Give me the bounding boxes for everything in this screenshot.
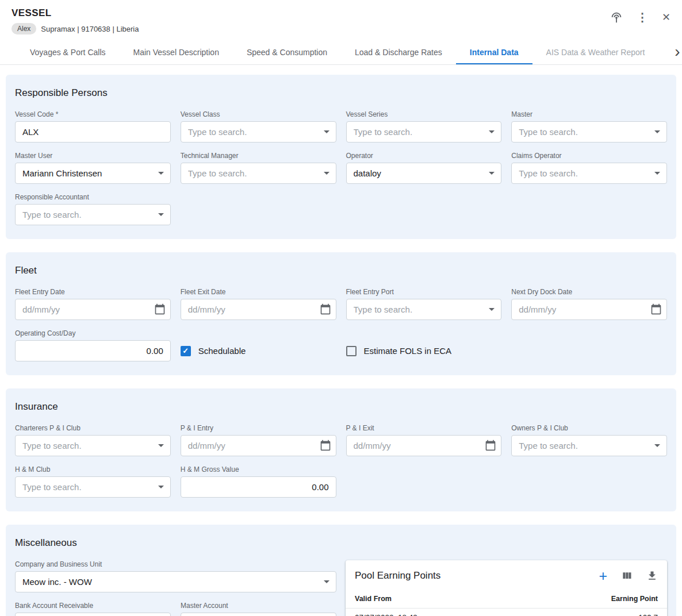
claims-operator-field: Claims Operator (511, 152, 667, 184)
hm-gross-value-field: H & M Gross Value (181, 465, 336, 498)
field-label: P & I Entry (181, 424, 336, 432)
vessel-class-input[interactable] (181, 121, 336, 143)
fleet-entry-date-field: Fleet Entry Date (15, 288, 171, 320)
technical-manager-input[interactable] (181, 163, 336, 184)
tab-ais-data-weather-report[interactable]: AIS Data & Weather Report (532, 40, 659, 64)
master-select (511, 121, 667, 143)
fleet-entry-date-input[interactable] (15, 299, 171, 320)
vessel-code-control (15, 121, 171, 143)
bank-account-receivable-input[interactable] (15, 613, 171, 616)
claims-operator-input[interactable] (511, 163, 667, 184)
owners-pi-club-input[interactable] (511, 435, 667, 456)
pool-earning-points-actions: + (599, 570, 658, 582)
tab-bar: Voyages & Port Calls Main Vessel Descrip… (0, 40, 682, 65)
tab-load-discharge-rates[interactable]: Load & Discharge Rates (341, 40, 456, 64)
calendar-icon[interactable] (320, 440, 331, 451)
tab-correspondence-truncated[interactable]: Cor (658, 40, 672, 64)
calendar-icon[interactable] (485, 440, 496, 451)
field-label: Master User (15, 152, 171, 160)
field-label: Operating Cost/Day (15, 329, 171, 337)
field-label: Master (511, 110, 667, 118)
operator-input[interactable] (346, 163, 502, 184)
vessel-code-input[interactable] (15, 121, 171, 143)
technical-manager-field: Technical Manager (181, 152, 336, 184)
calendar-icon[interactable] (320, 303, 331, 315)
master-field: Master (511, 110, 667, 143)
company-business-unit-input[interactable] (15, 571, 336, 592)
claims-operator-select (511, 163, 667, 184)
master-account-input[interactable] (181, 613, 336, 616)
column-header-valid-from[interactable]: Valid From (355, 595, 392, 603)
download-icon[interactable] (646, 570, 658, 582)
fleet-exit-date-input[interactable] (181, 299, 336, 320)
tab-voyages-port-calls[interactable]: Voyages & Port Calls (16, 40, 120, 64)
pi-exit-control (346, 435, 502, 456)
header-actions: ⋮ ✕ (610, 7, 670, 24)
estimate-fols-checkbox[interactable]: Estimate FOLS in ECA (346, 340, 502, 361)
column-header-earning-point[interactable]: Earning Point (611, 595, 658, 603)
charterers-pi-club-field: Charterers P & I Club (15, 424, 171, 456)
field-label: H & M Club (15, 465, 171, 473)
section-title: Fleet (15, 265, 667, 276)
checkbox-label: Schedulable (198, 346, 246, 356)
company-business-unit-select (15, 571, 336, 592)
pi-entry-control (181, 435, 336, 456)
hm-club-select (15, 476, 171, 498)
field-label: Claims Operator (511, 152, 667, 160)
table-header-row: Valid From Earning Point (346, 589, 667, 609)
check-icon: ✓ (182, 346, 189, 355)
tab-internal-data[interactable]: Internal Data (456, 40, 532, 64)
bank-account-receivable-select (15, 613, 171, 616)
vessel-alias-chip: Alex (12, 23, 36, 34)
checkbox-unchecked-icon[interactable] (346, 346, 357, 356)
field-label: Bank Account Receivable (15, 602, 171, 610)
tab-scroll-right-icon[interactable]: › (672, 40, 682, 64)
field-label: Fleet Exit Date (181, 288, 336, 296)
charterers-pi-club-input[interactable] (15, 435, 171, 456)
main-content: Responsible Persons Vessel Code * Vessel… (0, 65, 682, 616)
fleet-exit-date-control (181, 299, 336, 320)
calendar-icon[interactable] (154, 303, 166, 315)
table-row[interactable]: 07/07/2023, 18:43 109.7 (346, 609, 667, 616)
cell-valid-from: 07/07/2023, 18:43 (355, 613, 417, 616)
master-user-input[interactable] (15, 163, 171, 184)
hm-club-input[interactable] (15, 476, 171, 498)
field-label: P & I Exit (346, 424, 502, 432)
pi-exit-input[interactable] (346, 435, 502, 456)
next-dry-dock-date-input[interactable] (511, 299, 667, 320)
master-input[interactable] (511, 121, 667, 143)
tab-main-vessel-description[interactable]: Main Vessel Description (120, 40, 233, 64)
add-row-icon[interactable]: + (599, 571, 607, 581)
tab-speed-consumption[interactable]: Speed & Consumption (233, 40, 341, 64)
checkbox-checked-icon[interactable]: ✓ (181, 346, 191, 356)
operating-cost-day-field: Operating Cost/Day (15, 329, 171, 361)
hm-club-field: H & M Club (15, 465, 171, 498)
operating-cost-day-control (15, 340, 171, 361)
field-label: Charterers P & I Club (15, 424, 171, 432)
pool-earning-points-card: Pool Earning Points + Valid From Earning… (346, 560, 667, 616)
section-insurance: Insurance Charterers P & I Club P & I En… (6, 388, 676, 511)
window-header: VESSEL Alex Supramax | 9170638 | Liberia… (0, 0, 682, 34)
broadcast-icon[interactable] (610, 10, 623, 24)
hm-gross-value-input[interactable] (181, 476, 336, 498)
field-label: Operator (346, 152, 502, 160)
field-label: Vessel Series (346, 110, 502, 118)
responsible-accountant-input[interactable] (15, 204, 171, 225)
fleet-entry-port-select (346, 299, 502, 320)
columns-icon[interactable] (621, 570, 633, 582)
pi-entry-input[interactable] (181, 435, 336, 456)
cell-earning-point: 109.7 (638, 613, 658, 616)
pi-entry-field: P & I Entry (181, 424, 336, 456)
master-user-field: Master User (15, 152, 171, 184)
next-dry-dock-date-field: Next Dry Dock Date (511, 288, 667, 320)
kebab-menu-icon[interactable]: ⋮ (637, 10, 648, 24)
schedulable-checkbox[interactable]: ✓ Schedulable (181, 340, 336, 361)
operating-cost-day-input[interactable] (15, 340, 171, 361)
pool-earning-points-title: Pool Earning Points (355, 570, 440, 582)
bank-account-receivable-field: Bank Account Receivable (15, 602, 171, 616)
fleet-entry-port-input[interactable] (346, 299, 502, 320)
calendar-icon[interactable] (650, 303, 662, 315)
close-icon[interactable]: ✕ (662, 10, 670, 24)
vessel-series-input[interactable] (346, 121, 502, 143)
field-label: Next Dry Dock Date (511, 288, 667, 296)
